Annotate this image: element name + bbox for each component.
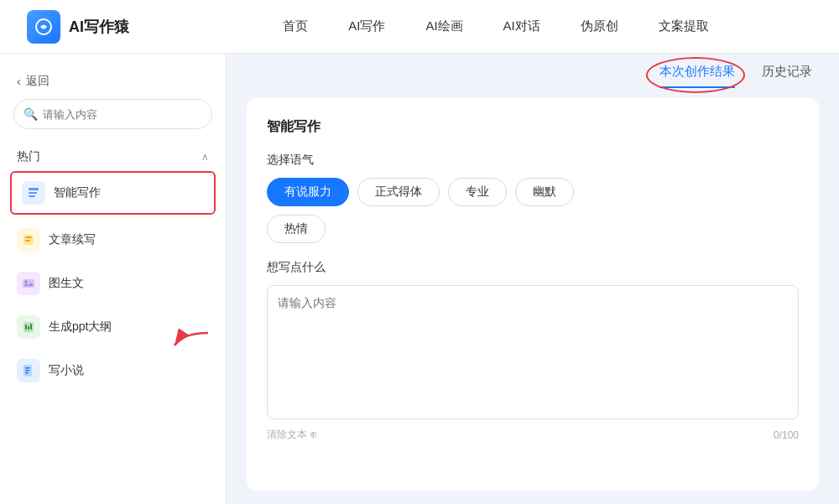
nav-ai-chat[interactable]: AI对话 <box>503 15 540 38</box>
nav-home[interactable]: 首页 <box>283 15 308 38</box>
tone-label: 选择语气 <box>267 153 799 168</box>
chevron-up-icon: ∧ <box>201 151 209 163</box>
search-input[interactable] <box>13 99 212 129</box>
sidebar-search: 🔍 <box>13 99 212 129</box>
nav-ai-drawing[interactable]: AI绘画 <box>425 15 462 38</box>
tone-buttons: 有说服力 正式得体 专业 幽默 <box>267 178 799 206</box>
textarea-footer: 清除文本 ⊕ 0/100 <box>267 428 799 442</box>
form-container: 智能写作 选择语气 有说服力 正式得体 专业 幽默 热情 想写点什么 清除文本 … <box>247 98 819 491</box>
sidebar: ‹ 返回 🔍 热门 ∧ 智能写作 <box>0 54 227 504</box>
tabs-header: 本次创作结果 历史记录 <box>227 54 839 88</box>
content-area: 本次创作结果 历史记录 智能写作 选择语气 有说服力 正式得体 专业 幽默 热情… <box>227 54 839 504</box>
nav-plagiarism[interactable]: 伪原创 <box>581 15 618 38</box>
svg-rect-7 <box>23 279 34 288</box>
sidebar-item-article-continue[interactable]: 文章续写 <box>0 218 226 262</box>
svg-rect-14 <box>25 367 30 369</box>
sidebar-item-smart-writing[interactable]: 智能写作 <box>10 171 216 215</box>
tone-humorous[interactable]: 幽默 <box>515 178 574 206</box>
image-to-text-label: 图生文 <box>49 276 84 291</box>
svg-rect-11 <box>28 326 29 330</box>
tone-passionate[interactable]: 热情 <box>267 215 326 243</box>
tab-current-result[interactable]: 本次创作结果 <box>659 64 735 88</box>
tone-professional[interactable]: 专业 <box>448 178 507 206</box>
smart-writing-icon <box>22 181 45 205</box>
sidebar-back-button[interactable]: ‹ 返回 <box>0 67 226 99</box>
search-icon: 🔍 <box>23 107 38 121</box>
svg-rect-2 <box>29 192 37 194</box>
nav-items: 首页 AI写作 AI绘画 AI对话 伪原创 文案提取 <box>180 15 812 38</box>
logo-icon <box>27 10 60 44</box>
write-novel-icon <box>17 359 40 382</box>
ppt-outline-icon <box>17 315 40 339</box>
svg-rect-3 <box>29 195 35 197</box>
sidebar-item-write-novel[interactable]: 写小说 <box>0 349 226 392</box>
sidebar-item-image-to-text[interactable]: 图生文 <box>0 262 226 305</box>
svg-rect-1 <box>29 188 39 190</box>
tone-persuasive[interactable]: 有说服力 <box>267 178 349 206</box>
smart-writing-label: 智能写作 <box>54 185 101 200</box>
main-layout: ‹ 返回 🔍 热门 ∧ 智能写作 <box>0 54 839 504</box>
logo-text: AI写作猿 <box>69 17 129 37</box>
svg-rect-5 <box>25 236 32 238</box>
tone-buttons-row2: 热情 <box>267 215 799 243</box>
svg-rect-15 <box>25 370 29 372</box>
svg-rect-16 <box>25 372 29 374</box>
nav-copywriting[interactable]: 文案提取 <box>659 15 709 38</box>
article-continue-label: 文章续写 <box>49 232 96 247</box>
form-title: 智能写作 <box>267 118 799 136</box>
content-label: 想写点什么 <box>267 260 799 275</box>
header: AI写作猿 首页 AI写作 AI绘画 AI对话 伪原创 文案提取 <box>0 0 839 54</box>
logo-area: AI写作猿 <box>27 10 129 44</box>
ppt-outline-label: 生成ppt大纲 <box>49 320 112 335</box>
svg-point-8 <box>25 281 28 283</box>
svg-rect-12 <box>30 324 32 330</box>
textarea-container: 清除文本 ⊕ 0/100 <box>267 285 799 442</box>
char-count: 0/100 <box>774 429 799 441</box>
current-result-tab-wrapper: 本次创作结果 <box>659 64 735 88</box>
section-label: 热门 <box>17 149 40 164</box>
article-continue-icon <box>17 228 40 252</box>
write-novel-label: 写小说 <box>49 363 84 378</box>
svg-rect-6 <box>25 240 30 242</box>
back-label: 返回 <box>26 74 50 89</box>
tab-history[interactable]: 历史记录 <box>762 64 812 88</box>
content-textarea[interactable] <box>267 285 799 419</box>
back-arrow-icon: ‹ <box>17 75 21 88</box>
svg-rect-10 <box>25 325 27 330</box>
clear-text-button[interactable]: 清除文本 ⊕ <box>267 428 318 442</box>
section-header-hot: 热门 ∧ <box>0 143 226 171</box>
nav-ai-writing[interactable]: AI写作 <box>348 15 385 38</box>
tone-formal[interactable]: 正式得体 <box>357 178 440 206</box>
sidebar-item-ppt-outline[interactable]: 生成ppt大纲 <box>0 305 226 349</box>
image-to-text-icon <box>17 272 40 295</box>
